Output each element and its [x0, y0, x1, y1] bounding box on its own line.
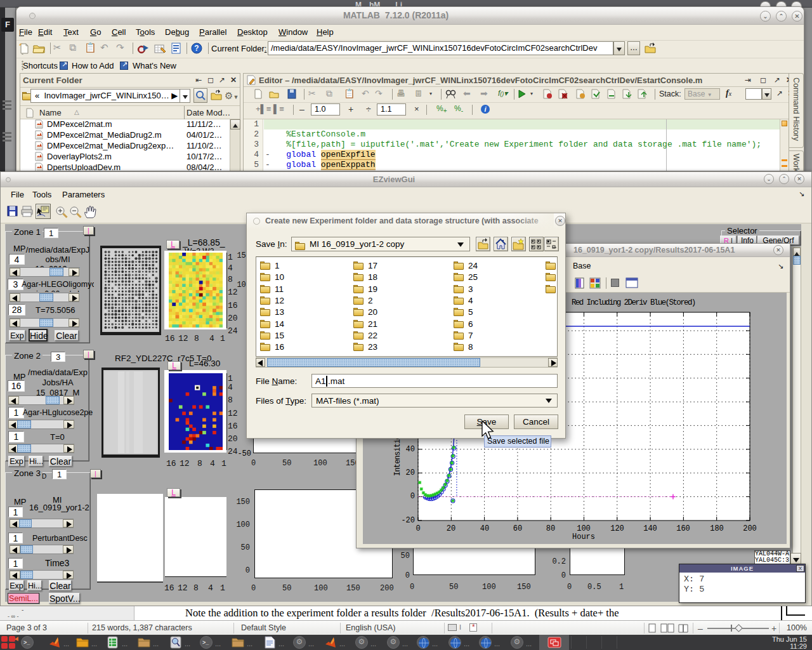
svg-text:?: ?	[194, 44, 199, 53]
